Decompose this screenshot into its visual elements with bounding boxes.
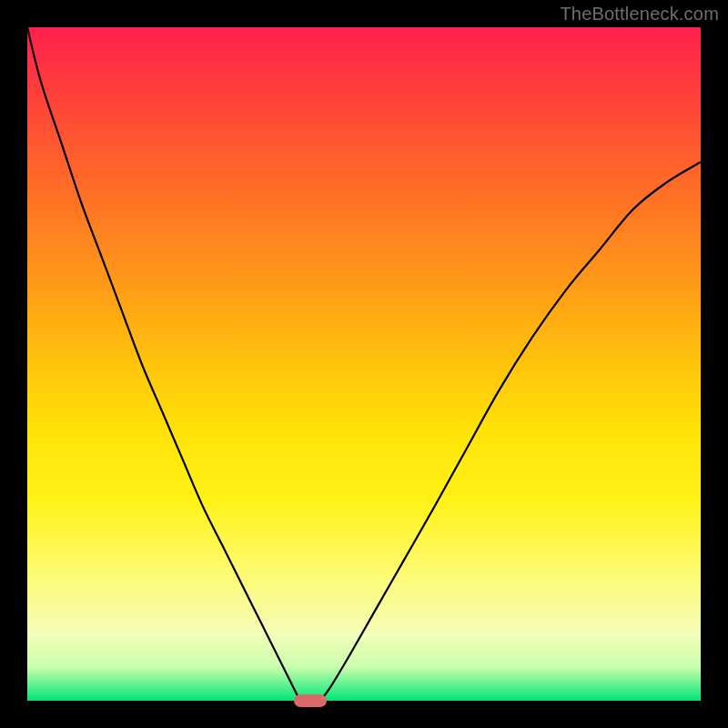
curve-right xyxy=(320,162,701,701)
plot-area xyxy=(27,27,701,701)
curve-svg xyxy=(27,27,701,701)
curve-left xyxy=(27,27,300,701)
chart-frame: TheBottleneck.com xyxy=(0,0,728,728)
watermark-text: TheBottleneck.com xyxy=(560,4,719,25)
min-marker xyxy=(294,694,327,707)
